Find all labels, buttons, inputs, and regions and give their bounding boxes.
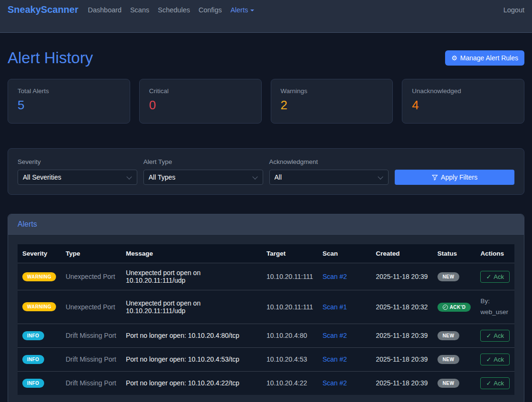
nav-item-dashboard[interactable]: Dashboard <box>88 6 122 14</box>
filter-severity-group: Severity All Severities <box>18 158 137 185</box>
scan-link[interactable]: Scan #2 <box>323 355 347 363</box>
page-header: Alert History ⚙ Manage Alert Rules <box>8 49 524 67</box>
stat-label: Warnings <box>281 87 383 95</box>
alert-message: Unexpected port open on 10.10.20.11:111/… <box>121 290 262 324</box>
ack-button[interactable]: ✓Ack <box>480 271 510 283</box>
scan-link[interactable]: Scan #2 <box>323 379 347 387</box>
nav-alerts-label: Alerts <box>230 6 248 14</box>
alert-target: 10.10.20.4:22 <box>262 371 318 395</box>
col-header-message: Message <box>121 244 262 263</box>
status-text: NEW <box>443 381 455 386</box>
status-text: NEW <box>443 333 455 338</box>
alert-target: 10.10.20.11:111 <box>262 290 318 324</box>
alert-created: 2025-11-18 20:39 <box>371 263 433 290</box>
alert-type: Drift Missing Port <box>61 324 121 347</box>
col-header-scan: Scan <box>318 244 371 263</box>
alerts-table-body: WARNING Unexpected Port Unexpected port … <box>18 263 514 395</box>
nav-item-alerts-dropdown[interactable]: Alerts <box>230 6 254 14</box>
stat-card-warnings: Warnings 2 <box>271 79 393 124</box>
status-text: ACK'D <box>450 305 466 310</box>
actions-cell: ✓Ack <box>475 324 514 347</box>
ack-button-label: Ack <box>494 380 504 387</box>
table-row: WARNING Unexpected Port Unexpected port … <box>18 263 514 290</box>
table-row: INFO Drift Missing Port Port no longer o… <box>18 324 514 347</box>
actions-cell: ✓Ack <box>475 263 514 290</box>
stat-card-total-alerts: Total Alerts 5 <box>8 79 130 124</box>
alert-created: 2025-11-18 20:39 <box>371 324 433 347</box>
alert-created: 2025-11-18 20:39 <box>371 371 433 395</box>
navbar: SneakyScanner Dashboard Scans Schedules … <box>0 0 532 33</box>
actions-cell: ✓Ack <box>475 371 514 395</box>
manage-alert-rules-button[interactable]: ⚙ Manage Alert Rules <box>445 50 524 66</box>
nav-item-configs[interactable]: Configs <box>199 6 222 14</box>
status-badge: NEW <box>437 331 460 340</box>
scan-link[interactable]: Scan #1 <box>323 303 347 311</box>
acknowledgment-select[interactable]: All <box>269 170 389 185</box>
alert-target: 10.10.20.4:80 <box>262 324 318 347</box>
ack-button-label: Ack <box>494 273 504 280</box>
alert-created: 2025-11-18 20:32 <box>371 290 433 324</box>
col-header-status: Status <box>433 244 476 263</box>
nav-item-schedules[interactable]: Schedules <box>158 6 190 14</box>
filter-ack-group: Acknowledgment All <box>269 158 389 185</box>
stat-label: Unacknowledged <box>412 87 514 95</box>
severity-badge: WARNING <box>22 272 56 281</box>
logout-link[interactable]: Logout <box>504 6 524 14</box>
ack-button-label: Ack <box>494 332 504 339</box>
alerts-table: Severity Type Message Target Scan Create… <box>18 244 514 395</box>
stat-card-unacknowledged: Unacknowledged 4 <box>402 79 524 124</box>
severity-badge: INFO <box>22 379 44 388</box>
alert-type: Unexpected Port <box>61 263 121 290</box>
status-text: NEW <box>443 274 455 279</box>
check-circle-icon: ✓ <box>443 305 448 310</box>
stat-value: 2 <box>281 98 383 113</box>
col-header-type: Type <box>61 244 121 263</box>
alert-type-filter-label: Alert Type <box>143 158 263 165</box>
scan-link[interactable]: Scan #2 <box>323 332 347 339</box>
alert-message: Port no longer open: 10.10.20.4:80/tcp <box>121 324 262 347</box>
ack-button[interactable]: ✓Ack <box>480 377 510 389</box>
status-badge: NEW <box>437 355 460 364</box>
alert-type-select-wrap: All Types <box>143 170 263 185</box>
stat-value: 4 <box>412 98 514 113</box>
acknowledgment-select-wrap: All <box>269 170 389 185</box>
app-window: SneakyScanner Dashboard Scans Schedules … <box>0 0 532 402</box>
check-icon: ✓ <box>486 380 491 387</box>
table-row: INFO Drift Missing Port Port no longer o… <box>18 371 514 395</box>
alert-target: 10.10.20.11:111 <box>262 263 318 290</box>
alert-type: Unexpected Port <box>61 290 121 324</box>
alert-target: 10.10.20.4:53 <box>262 347 318 371</box>
stats-row: Total Alerts 5 Critical 0 Warnings 2 Una… <box>8 79 524 124</box>
filters-panel: Severity All Severities Alert Type All T… <box>8 148 524 195</box>
stat-label: Total Alerts <box>18 87 120 95</box>
filter-type-group: Alert Type All Types <box>143 158 263 185</box>
manage-alert-rules-label: Manage Alert Rules <box>460 54 518 62</box>
funnel-icon <box>432 174 438 181</box>
status-badge: ✓ACK'D <box>437 303 471 312</box>
alert-message: Unexpected port open on 10.10.20.11:111/… <box>121 263 262 290</box>
nav-item-scans[interactable]: Scans <box>130 6 149 14</box>
col-header-target: Target <box>262 244 318 263</box>
table-row: INFO Drift Missing Port Port no longer o… <box>18 347 514 371</box>
chevron-down-icon <box>250 10 254 11</box>
severity-badge: INFO <box>22 331 44 340</box>
ack-button[interactable]: ✓Ack <box>480 354 510 365</box>
check-icon: ✓ <box>486 273 491 280</box>
brand-logo[interactable]: SneakyScanner <box>8 4 78 15</box>
acknowledged-by-text: By: web_user <box>480 296 510 318</box>
severity-select[interactable]: All Severities <box>18 170 137 185</box>
alerts-card: Alerts Severity Type Message Target Scan… <box>8 214 524 402</box>
status-text: NEW <box>443 357 455 362</box>
apply-filters-button[interactable]: Apply Filters <box>395 170 514 185</box>
alert-message: Port no longer open: 10.10.20.4:53/tcp <box>121 347 262 371</box>
alert-created: 2025-11-18 20:39 <box>371 347 433 371</box>
col-header-created: Created <box>371 244 433 263</box>
col-header-actions: Actions <box>475 244 514 263</box>
alert-message: Port no longer open: 10.10.20.4:22/tcp <box>121 371 262 395</box>
ack-button[interactable]: ✓Ack <box>480 330 510 342</box>
col-header-severity: Severity <box>18 244 61 263</box>
acknowledgment-filter-label: Acknowledgment <box>269 158 389 165</box>
alert-type-select[interactable]: All Types <box>143 170 263 185</box>
scan-link[interactable]: Scan #2 <box>323 273 347 280</box>
stat-value: 0 <box>149 98 252 113</box>
